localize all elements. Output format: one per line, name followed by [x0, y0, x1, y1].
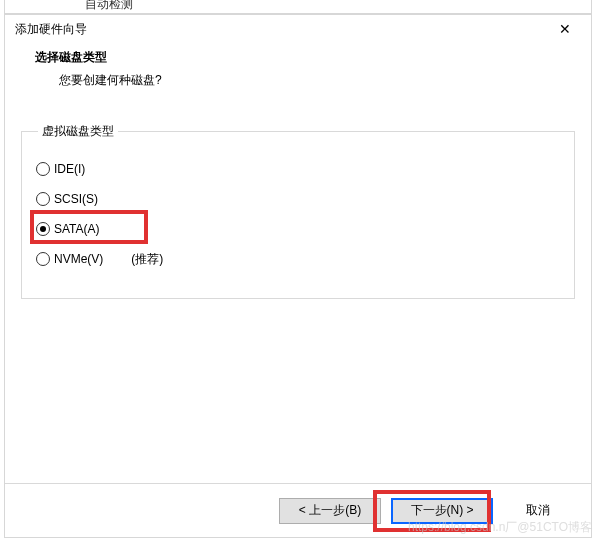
dialog-title: 添加硬件向导 — [15, 21, 87, 38]
option-ide[interactable]: IDE(I) — [36, 154, 560, 184]
wizard-footer: < 上一步(B) 下一步(N) > 取消 — [5, 483, 591, 537]
background-window-text: 自动检测 — [85, 0, 133, 11]
disk-type-group: 虚拟磁盘类型 IDE(I) SCSI(S) SATA(A) NVMe(V) (推… — [21, 123, 575, 299]
close-icon: ✕ — [559, 21, 571, 37]
radio-icon — [36, 162, 50, 176]
radio-icon — [36, 252, 50, 266]
option-label: NVMe(V) — [54, 252, 103, 266]
wizard-heading: 选择磁盘类型 — [35, 49, 591, 66]
radio-icon — [36, 192, 50, 206]
wizard-header: 选择磁盘类型 您要创建何种磁盘? — [5, 43, 591, 103]
radio-icon-checked — [36, 222, 50, 236]
group-legend: 虚拟磁盘类型 — [38, 123, 118, 140]
wizard-body: 虚拟磁盘类型 IDE(I) SCSI(S) SATA(A) NVMe(V) (推… — [5, 103, 591, 483]
add-hardware-wizard-dialog: 添加硬件向导 ✕ 选择磁盘类型 您要创建何种磁盘? 虚拟磁盘类型 IDE(I) … — [4, 14, 592, 538]
option-nvme[interactable]: NVMe(V) (推荐) — [36, 244, 560, 274]
option-label: SATA(A) — [54, 222, 100, 236]
option-label: SCSI(S) — [54, 192, 98, 206]
close-button[interactable]: ✕ — [547, 18, 583, 40]
wizard-subheading: 您要创建何种磁盘? — [35, 72, 591, 89]
cancel-button[interactable]: 取消 — [503, 498, 573, 524]
back-button[interactable]: < 上一步(B) — [279, 498, 381, 524]
option-label: IDE(I) — [54, 162, 85, 176]
option-scsi[interactable]: SCSI(S) — [36, 184, 560, 214]
background-window-fragment: 自动检测 — [4, 0, 592, 14]
next-button[interactable]: 下一步(N) > — [391, 498, 493, 524]
titlebar: 添加硬件向导 ✕ — [5, 15, 591, 43]
option-note: (推荐) — [131, 251, 163, 268]
option-sata[interactable]: SATA(A) — [36, 214, 560, 244]
